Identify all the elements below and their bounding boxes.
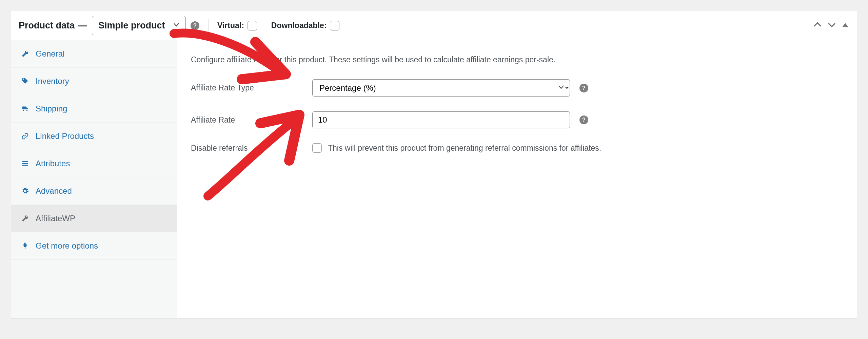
tab-get-more-options[interactable]: Get more options bbox=[11, 232, 177, 260]
plug-icon bbox=[21, 242, 29, 250]
gear-icon bbox=[21, 187, 29, 195]
divider bbox=[208, 19, 209, 33]
tab-label: Linked Products bbox=[36, 131, 94, 141]
wrench-icon bbox=[21, 215, 29, 222]
panel-header: Product data — Simple product ? Virtual:… bbox=[11, 11, 857, 40]
svg-rect-1 bbox=[22, 163, 28, 164]
tab-attributes[interactable]: Attributes bbox=[11, 150, 177, 177]
tab-label: Shipping bbox=[36, 104, 67, 113]
truck-icon bbox=[21, 105, 29, 112]
svg-rect-0 bbox=[22, 161, 28, 162]
tab-label: AffiliateWP bbox=[36, 214, 75, 223]
downloadable-label: Downloadable: bbox=[271, 21, 327, 30]
tab-advanced[interactable]: Advanced bbox=[11, 177, 177, 205]
collapse-icon[interactable] bbox=[841, 21, 849, 31]
tag-icon bbox=[21, 78, 29, 85]
affiliate-rate-type-label: Affiliate Rate Type bbox=[191, 83, 303, 92]
tab-label: Get more options bbox=[36, 241, 98, 251]
disable-referrals-description: This will prevent this product from gene… bbox=[328, 144, 601, 153]
help-icon[interactable]: ? bbox=[579, 84, 588, 92]
tab-linked-products[interactable]: Linked Products bbox=[11, 123, 177, 150]
panel-body: General Inventory Shipping Linked Produc… bbox=[11, 40, 857, 318]
product-data-panel: Product data — Simple product ? Virtual:… bbox=[11, 11, 857, 318]
row-affiliate-rate-type: Affiliate Rate Type Percentage (%) ? bbox=[191, 79, 840, 97]
move-up-icon[interactable] bbox=[813, 20, 822, 31]
title-dash: — bbox=[78, 20, 87, 31]
affiliate-rate-type-select-wrap[interactable]: Percentage (%) bbox=[312, 79, 570, 97]
virtual-label: Virtual: bbox=[217, 21, 244, 30]
downloadable-checkbox[interactable] bbox=[330, 21, 339, 30]
list-icon bbox=[21, 160, 29, 167]
panel-title-text: Product data bbox=[19, 20, 75, 31]
tab-label: General bbox=[36, 49, 64, 59]
disable-referrals-checkbox[interactable] bbox=[312, 143, 322, 153]
affiliate-rate-label: Affiliate Rate bbox=[191, 115, 303, 125]
tab-inventory[interactable]: Inventory bbox=[11, 68, 177, 95]
tab-shipping[interactable]: Shipping bbox=[11, 95, 177, 123]
settings-intro: Configure affiliate rates for this produ… bbox=[191, 55, 840, 64]
downloadable-toggle[interactable]: Downloadable: bbox=[271, 21, 340, 30]
virtual-checkbox[interactable] bbox=[248, 21, 257, 30]
tab-general[interactable]: General bbox=[11, 40, 177, 68]
affiliate-rate-input[interactable] bbox=[312, 111, 570, 128]
tab-label: Inventory bbox=[36, 77, 69, 86]
product-type-select[interactable]: Simple product bbox=[92, 16, 186, 35]
help-icon[interactable]: ? bbox=[191, 21, 199, 30]
row-disable-referrals: Disable referrals This will prevent this… bbox=[191, 143, 840, 153]
affiliate-rate-type-select[interactable]: Percentage (%) bbox=[312, 79, 570, 97]
row-affiliate-rate: Affiliate Rate ? bbox=[191, 111, 840, 128]
tab-affiliatewp[interactable]: AffiliateWP bbox=[11, 205, 177, 232]
affiliatewp-settings: Configure affiliate rates for this produ… bbox=[177, 40, 857, 318]
move-down-icon[interactable] bbox=[827, 20, 836, 31]
link-icon bbox=[21, 132, 29, 140]
product-data-tabs: General Inventory Shipping Linked Produc… bbox=[11, 40, 177, 318]
svg-rect-2 bbox=[22, 165, 28, 166]
help-icon[interactable]: ? bbox=[579, 115, 588, 124]
wrench-icon bbox=[21, 50, 29, 58]
panel-title: Product data — bbox=[19, 20, 87, 31]
virtual-toggle[interactable]: Virtual: bbox=[217, 21, 257, 30]
panel-header-actions bbox=[813, 20, 849, 31]
disable-referrals-label: Disable referrals bbox=[191, 144, 303, 153]
product-type-select-wrap[interactable]: Simple product bbox=[92, 16, 186, 35]
tab-label: Advanced bbox=[36, 186, 72, 196]
tab-label: Attributes bbox=[36, 159, 70, 168]
